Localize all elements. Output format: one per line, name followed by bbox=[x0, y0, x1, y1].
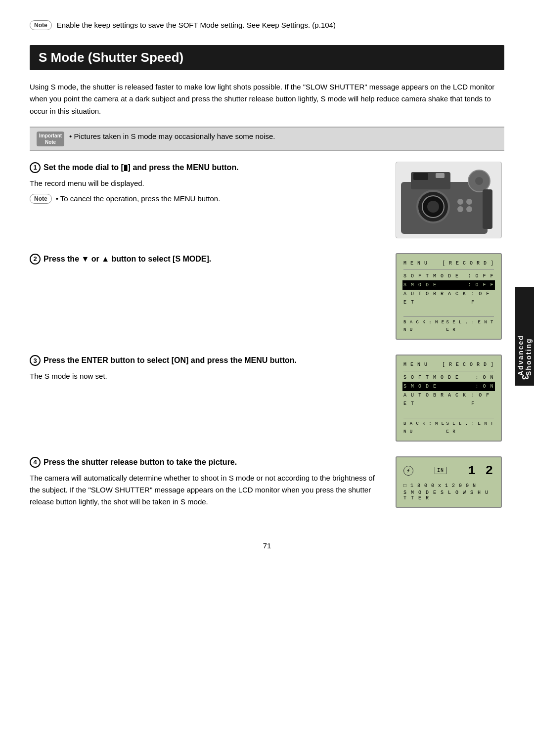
step-2-lcd: M E N U [ R E C O R D ] S O F T M O D E … bbox=[396, 253, 504, 340]
lcd1-row-2: A U T O B R A C K E T : O F F bbox=[403, 290, 494, 307]
side-tab-number: 3 bbox=[520, 375, 530, 381]
step-4-display: ⚡ IN 1 2 □ 1 8 0 0 x 1 2 0 0 N S M O D E… bbox=[396, 456, 504, 508]
camera-illustration bbox=[396, 162, 502, 238]
step-2-left: 2 Press the ▼ or ▲ button to select [S M… bbox=[30, 253, 396, 269]
lcd1-title-left: M E N U bbox=[403, 259, 428, 267]
step-2-number: 2 bbox=[30, 254, 41, 265]
step-4-body: The camera will automatically determine … bbox=[30, 472, 381, 508]
step-1-number: 1 bbox=[30, 162, 41, 173]
svg-point-7 bbox=[457, 199, 463, 205]
lcd-display-screen: ⚡ IN 1 2 □ 1 8 0 0 x 1 2 0 0 N S M O D E… bbox=[396, 456, 502, 508]
section-heading: S Mode (Shutter Speed) bbox=[30, 45, 504, 70]
svg-rect-13 bbox=[436, 173, 445, 178]
step-3-body: The S mode is now set. bbox=[30, 370, 381, 382]
flash-icon: ⚡ bbox=[403, 466, 413, 476]
lcd-display-icons: ⚡ IN 1 2 bbox=[403, 463, 494, 478]
step-2-heading-text: Press the ▼ or ▲ button to select [S MOD… bbox=[44, 253, 211, 265]
step-1-row: 1 Set the mode dial to [▮] and press the… bbox=[30, 162, 504, 238]
step-3-left: 3 Press the ENTER button to select [ON] … bbox=[30, 355, 396, 386]
important-tag: Important Note bbox=[37, 132, 64, 146]
in-label: IN bbox=[435, 467, 446, 474]
step-4-heading-text: Press the shutter release button to take… bbox=[44, 456, 237, 468]
lcd2-row-0: S O F T M O D E : O N bbox=[403, 373, 494, 382]
step-2-heading: 2 Press the ▼ or ▲ button to select [S M… bbox=[30, 253, 381, 265]
step-4-left: 4 Press the shutter release button to ta… bbox=[30, 456, 396, 512]
svg-point-8 bbox=[466, 199, 472, 205]
lcd1-row-0: S O F T M O D E : O F F bbox=[403, 272, 494, 280]
lcd2-row-2: A U T O B R A C K E T : O F F bbox=[403, 391, 494, 408]
camera-svg bbox=[396, 162, 502, 238]
step-4-heading: 4 Press the shutter release button to ta… bbox=[30, 456, 381, 468]
lcd1-title-right: [ R E C O R D ] bbox=[442, 259, 494, 267]
svg-point-4 bbox=[427, 201, 439, 213]
lcd-screen-2: M E N U [ R E C O R D ] S O F T M O D E … bbox=[396, 355, 502, 442]
step-3-number: 3 bbox=[30, 355, 41, 366]
top-note-box: Note Enable the keep settings to save th… bbox=[30, 20, 504, 31]
lcd-title-2: M E N U [ R E C O R D ] bbox=[403, 360, 494, 371]
important-note-text: • Pictures taken in S mode may occasiona… bbox=[69, 131, 275, 142]
step-1-heading-text: Set the mode dial to [▮] and press the M… bbox=[44, 162, 239, 174]
step-1-note-tag: Note bbox=[30, 194, 52, 204]
step-3-row: 3 Press the ENTER button to select [ON] … bbox=[30, 355, 504, 442]
top-note-text: Enable the keep settings to save the SOF… bbox=[57, 20, 336, 31]
lcd-screen-1: M E N U [ R E C O R D ] S O F T M O D E … bbox=[396, 253, 502, 340]
lcd2-title-left: M E N U bbox=[403, 360, 428, 369]
step-1-body: The record menu will be displayed. bbox=[30, 178, 381, 189]
lcd-mode-text: S M O D E S L O W S H U T T E R bbox=[403, 490, 494, 501]
lcd-resolution: □ 1 8 0 0 x 1 2 0 0 N bbox=[403, 483, 494, 489]
lcd1-bottom: B A C K : M E N U S E L . : E N T E R bbox=[403, 316, 494, 334]
lcd2-row-1: S M O D E : O N bbox=[402, 382, 495, 391]
step-4-number: 4 bbox=[30, 457, 41, 468]
intro-paragraph: Using S mode, the shutter is released fa… bbox=[30, 81, 504, 118]
note-tag: Note bbox=[30, 20, 52, 30]
steps-container: 1 Set the mode dial to [▮] and press the… bbox=[30, 162, 504, 527]
side-tab-text: Advanced Shooting bbox=[517, 297, 533, 376]
step-1-note: Note • To cancel the operation, press th… bbox=[30, 193, 381, 205]
svg-point-10 bbox=[466, 206, 472, 212]
important-note-band: Important Note • Pictures taken in S mod… bbox=[30, 127, 504, 151]
step-3-heading-text: Press the ENTER button to select [ON] an… bbox=[44, 355, 297, 366]
step-3-heading: 3 Press the ENTER button to select [ON] … bbox=[30, 355, 381, 366]
lcd2-title-right: [ R E C O R D ] bbox=[442, 360, 494, 369]
lcd1-row-1: S M O D E : O F F bbox=[402, 280, 495, 290]
step-1-heading: 1 Set the mode dial to [▮] and press the… bbox=[30, 162, 381, 174]
svg-point-6 bbox=[475, 177, 483, 185]
svg-point-9 bbox=[457, 206, 463, 212]
lcd-counter: 1 2 bbox=[468, 463, 494, 478]
step-1-note-text: • To cancel the operation, press the MEN… bbox=[56, 193, 221, 205]
step-1-image bbox=[396, 162, 504, 238]
step-3-lcd: M E N U [ R E C O R D ] S O F T M O D E … bbox=[396, 355, 504, 442]
side-tab: 3 Advanced Shooting bbox=[515, 287, 534, 386]
lcd2-bottom: B A C K : M E N U S E L . : E N T E R bbox=[403, 418, 494, 436]
lcd-title-1: M E N U [ R E C O R D ] bbox=[403, 259, 494, 270]
step-1-left: 1 Set the mode dial to [▮] and press the… bbox=[30, 162, 396, 209]
svg-rect-12 bbox=[413, 173, 428, 180]
page-number: 71 bbox=[30, 541, 504, 550]
step-2-row: 2 Press the ▼ or ▲ button to select [S M… bbox=[30, 253, 504, 340]
svg-rect-11 bbox=[483, 189, 492, 229]
step-4-row: 4 Press the shutter release button to ta… bbox=[30, 456, 504, 512]
